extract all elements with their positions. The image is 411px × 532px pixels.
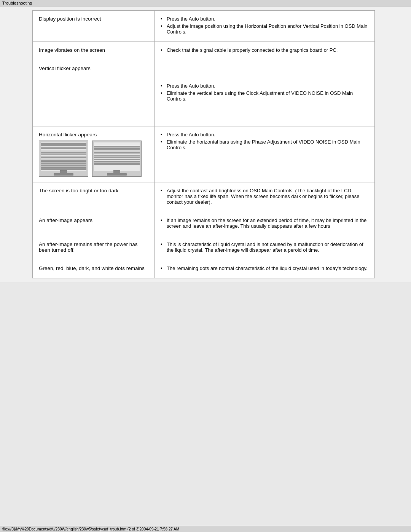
monitor-stand bbox=[113, 170, 120, 173]
problem-cell: Horizontal flicker appears bbox=[33, 126, 155, 182]
bottom-bar: file:///D|/My%20Documents/dfu/230W/engli… bbox=[0, 526, 411, 532]
problem-cell: Display position is incorrect bbox=[33, 11, 155, 42]
top-bar: Troubleshooting bbox=[0, 0, 411, 6]
solution-list: This is characteristic of liquid crystal… bbox=[161, 241, 368, 253]
table-row: Vertical flicker appears Press the Auto … bbox=[33, 60, 375, 126]
solution-cell: Press the Auto button. Eliminate the ver… bbox=[155, 60, 375, 126]
list-item: If an image remains on the screen for an… bbox=[161, 217, 368, 229]
monitor-image-2 bbox=[92, 141, 142, 177]
monitor-images bbox=[39, 141, 148, 177]
list-item: Press the Auto button. bbox=[161, 83, 368, 89]
monitor-base bbox=[54, 173, 73, 176]
problem-text: Display position is incorrect bbox=[39, 16, 101, 22]
list-item: The remaining dots are normal characteri… bbox=[161, 265, 368, 271]
solution-list: Adjust the contrast and brightness on OS… bbox=[161, 188, 368, 205]
troubleshooting-table: Display position is incorrect Press the … bbox=[32, 10, 375, 278]
problem-text: Horizontal flicker appears bbox=[39, 132, 97, 137]
problem-text: Vertical flicker appears bbox=[39, 66, 91, 71]
solution-list: Press the Auto button. Eliminate the hor… bbox=[161, 132, 368, 150]
monitor-stand bbox=[60, 170, 67, 173]
content-area: Display position is incorrect Press the … bbox=[0, 6, 411, 282]
problem-cell: An after-image appears bbox=[33, 212, 155, 236]
problem-cell: Image vibrates on the screen bbox=[33, 42, 155, 60]
solution-cell: The remaining dots are normal characteri… bbox=[155, 260, 375, 278]
problem-cell: Green, red, blue, dark, and white dots r… bbox=[33, 260, 155, 278]
list-item: This is characteristic of liquid crystal… bbox=[161, 241, 368, 253]
solution-list: The remaining dots are normal characteri… bbox=[161, 265, 368, 271]
table-row: Image vibrates on the screen Check that … bbox=[33, 42, 375, 60]
problem-text: Green, red, blue, dark, and white dots r… bbox=[39, 265, 145, 271]
monitor-screen bbox=[41, 142, 86, 171]
solution-cell: Press the Auto button. Eliminate the hor… bbox=[155, 126, 375, 182]
solution-cell: Adjust the contrast and brightness on OS… bbox=[155, 182, 375, 212]
monitor-screen bbox=[94, 142, 140, 171]
monitor-image-1 bbox=[39, 141, 88, 177]
list-item: Check that the signal cable is properly … bbox=[161, 47, 368, 53]
table-row: Horizontal flicker appears bbox=[33, 126, 375, 182]
solution-list: Press the Auto button. Eliminate the ver… bbox=[161, 83, 368, 102]
problem-cell: Vertical flicker appears bbox=[33, 60, 155, 126]
problem-text: Image vibrates on the screen bbox=[39, 47, 105, 53]
monitor-base bbox=[107, 173, 126, 176]
solution-cell: Check that the signal cable is properly … bbox=[155, 42, 375, 60]
problem-text: An after-image remains after the power h… bbox=[39, 241, 138, 253]
problem-text: The screen is too bright or too dark bbox=[39, 188, 118, 193]
list-item: Eliminate the horizontal bars using the … bbox=[161, 139, 368, 150]
solution-list: Check that the signal cable is properly … bbox=[161, 47, 368, 53]
solution-cell: If an image remains on the screen for an… bbox=[155, 212, 375, 236]
solution-list: Press the Auto button. Adjust the image … bbox=[161, 16, 368, 35]
problem-text: An after-image appears bbox=[39, 217, 92, 223]
list-item: Adjust the contrast and brightness on OS… bbox=[161, 188, 368, 205]
solution-cell: This is characteristic of liquid crystal… bbox=[155, 236, 375, 260]
problem-cell: An after-image remains after the power h… bbox=[33, 236, 155, 260]
list-item: Eliminate the vertical bars using the Cl… bbox=[161, 90, 368, 102]
table-row: Green, red, blue, dark, and white dots r… bbox=[33, 260, 375, 278]
list-item: Adjust the image position using the Hori… bbox=[161, 23, 368, 35]
list-item: Press the Auto button. bbox=[161, 132, 368, 137]
table-row: The screen is too bright or too dark Adj… bbox=[33, 182, 375, 212]
solution-list: If an image remains on the screen for an… bbox=[161, 217, 368, 229]
table-row: An after-image remains after the power h… bbox=[33, 236, 375, 260]
problem-cell: The screen is too bright or too dark bbox=[33, 182, 155, 212]
table-row: Display position is incorrect Press the … bbox=[33, 11, 375, 42]
solution-cell: Press the Auto button. Adjust the image … bbox=[155, 11, 375, 42]
list-item: Press the Auto button. bbox=[161, 16, 368, 22]
table-row: An after-image appears If an image remai… bbox=[33, 212, 375, 236]
top-bar-label: Troubleshooting bbox=[2, 1, 32, 5]
bottom-bar-text: file:///D|/My%20Documents/dfu/230W/engli… bbox=[2, 527, 179, 531]
